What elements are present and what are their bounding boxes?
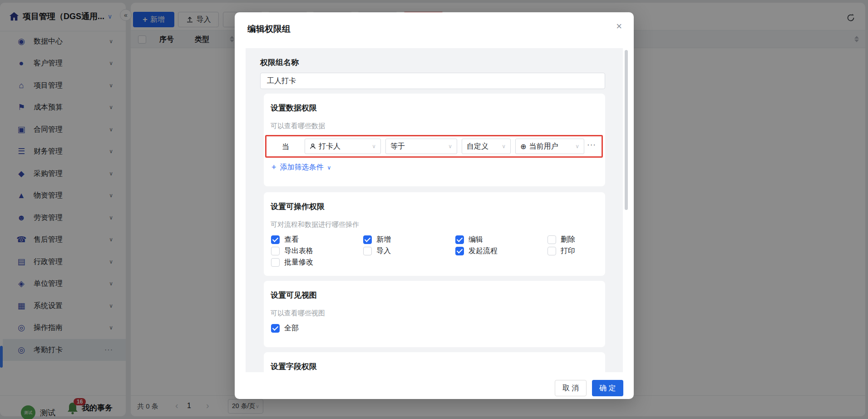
visible-views-card: 设置可见视图 可以查看哪些视图 全部: [264, 281, 605, 347]
section-subtitle: 可以查看哪些数据: [271, 122, 325, 130]
checkbox-icon: [271, 324, 280, 333]
field-select[interactable]: 打卡人 ∨: [305, 139, 381, 154]
checkbox-batch-edit[interactable]: 批量修改: [271, 257, 363, 268]
checkbox-edit[interactable]: 编辑: [455, 234, 547, 245]
value-select[interactable]: ⊕ 当前用户 ∨: [515, 139, 584, 154]
section-title: 设置可见视图: [271, 290, 317, 300]
checkbox-print[interactable]: 打印: [547, 245, 623, 257]
section-subtitle: 可以查看哪些视图: [271, 309, 325, 318]
close-icon[interactable]: ×: [616, 21, 622, 31]
add-filter-link[interactable]: + 添加筛选条件 ∨: [271, 163, 331, 172]
checkbox-export[interactable]: 导出表格: [271, 245, 363, 257]
filter-condition-row-highlighted: 当 打卡人 ∨ 等于 ∨ 自定义 ∨ ⊕ 当前用户 ∨: [265, 135, 603, 158]
checkbox-view[interactable]: 查看: [271, 234, 363, 245]
chevron-down-icon: ∨: [368, 143, 376, 150]
chevron-down-icon: ∨: [572, 143, 579, 150]
chevron-down-icon: ∨: [498, 143, 506, 150]
plus-icon: +: [271, 163, 276, 172]
modal-scrollbar-thumb[interactable]: [625, 50, 628, 210]
condition-when-label: 当: [282, 142, 289, 152]
field-permission-card: 设置字段权限: [264, 352, 605, 372]
checkbox-icon: [547, 247, 556, 255]
cancel-button[interactable]: 取 消: [555, 380, 587, 396]
edit-permission-group-dialog: 编辑权限组 × 权限组名称 工人打卡 设置数据权限 可以查看哪些数据 当 打卡人…: [235, 12, 634, 399]
group-name-label: 权限组名称: [260, 57, 299, 68]
checkbox-icon: [455, 247, 464, 255]
views-checkbox-grid: 全部: [271, 323, 598, 334]
checkbox-delete[interactable]: 删除: [547, 234, 623, 245]
checkbox-icon: [271, 235, 280, 244]
checkbox-start-flow[interactable]: 发起流程: [455, 245, 547, 257]
checkbox-icon: [271, 258, 280, 267]
current-user-icon: ⊕: [520, 142, 526, 151]
confirm-button[interactable]: 确 定: [592, 380, 623, 396]
section-title: 设置数据权限: [271, 103, 317, 113]
checkbox-icon: [455, 235, 464, 244]
section-title: 设置可操作权限: [271, 201, 325, 212]
more-actions-icon[interactable]: ···: [587, 140, 596, 150]
operation-checkbox-grid: 查看 新增 编辑 删除 导出表格 导入 发起流程 打印 批量修改: [271, 234, 598, 268]
person-icon: [310, 143, 316, 150]
checkbox-icon: [363, 247, 372, 255]
checkbox-add[interactable]: 新增: [363, 234, 455, 245]
dialog-title: 编辑权限组: [247, 23, 291, 35]
checkbox-all-views[interactable]: 全部: [271, 323, 363, 334]
operation-permission-card: 设置可操作权限 可对流程和数据进行哪些操作 查看 新增 编辑 删除 导出表格 导…: [264, 192, 605, 276]
chevron-down-icon: ∨: [327, 165, 331, 171]
value-type-select[interactable]: 自定义 ∨: [462, 139, 511, 154]
chevron-down-icon: ∨: [444, 143, 452, 150]
section-title: 设置字段权限: [271, 361, 317, 372]
operator-select[interactable]: 等于 ∨: [385, 139, 457, 154]
section-subtitle: 可对流程和数据进行哪些操作: [271, 220, 359, 229]
dialog-body: 权限组名称 工人打卡 设置数据权限 可以查看哪些数据 当 打卡人 ∨ 等于 ∨ …: [246, 48, 623, 372]
checkbox-import[interactable]: 导入: [363, 245, 455, 257]
checkbox-icon: [271, 247, 280, 255]
checkbox-icon: [547, 235, 556, 244]
data-permission-card: 设置数据权限 可以查看哪些数据 当 打卡人 ∨ 等于 ∨ 自定义 ∨: [264, 94, 605, 186]
group-name-input[interactable]: 工人打卡: [260, 73, 605, 89]
checkbox-icon: [363, 235, 372, 244]
